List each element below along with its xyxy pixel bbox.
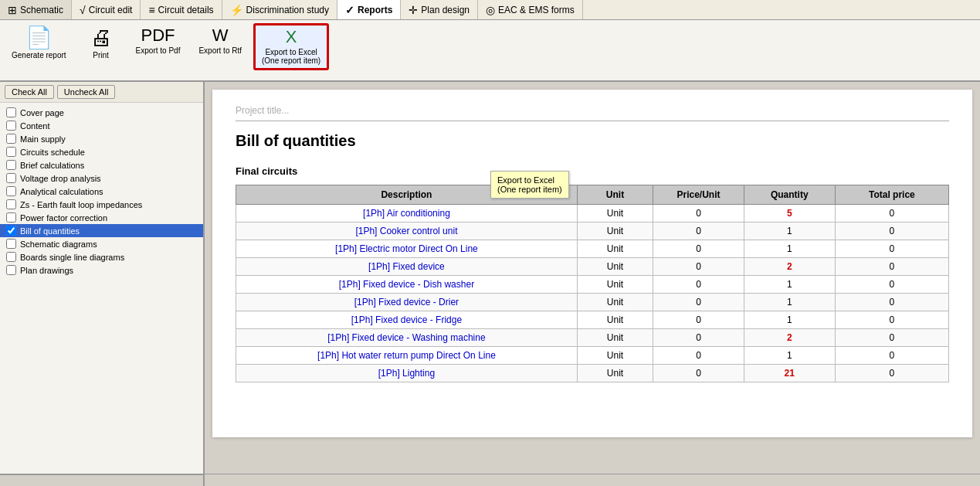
cell-unit-5: Unit	[577, 294, 653, 311]
export-rtf-button[interactable]: W Export to Rtf	[192, 23, 249, 59]
tab-eac-ems[interactable]: ◎ EAC & EMS forms	[478, 0, 583, 19]
sidebar-item-12[interactable]: Plan drawings	[0, 263, 203, 277]
export-pdf-button[interactable]: PDF Export to Pdf	[129, 23, 188, 59]
cell-description-7: [1Ph] Fixed device - Washing machine	[236, 329, 578, 347]
sidebar: Check All Uncheck All Cover pageContentM…	[0, 82, 205, 486]
table-row: [1Ph] Hot water return pump Direct On Li…	[236, 347, 949, 365]
cell-description-0: [1Ph] Air conditioning	[236, 205, 578, 223]
uncheck-all-button[interactable]: Uncheck All	[57, 85, 115, 99]
sidebar-item-2[interactable]: Main supply	[0, 132, 203, 145]
cell-quantity-2: 1	[744, 240, 835, 258]
sidebar-item-label-0: Cover page	[20, 108, 64, 117]
sidebar-checkbox-10[interactable]	[6, 239, 16, 249]
cell-price-4: 0	[653, 276, 744, 294]
toolbar: 📄 Generate report 🖨 Print PDF Export to …	[0, 20, 980, 82]
sidebar-checkbox-11[interactable]	[6, 252, 16, 262]
sidebar-item-label-1: Content	[20, 121, 50, 131]
sidebar-item-label-7: Zs - Earth fault loop impedances	[20, 200, 142, 209]
tab-circuit-edit[interactable]: √ Circuit edit	[72, 0, 141, 19]
cell-unit-9: Unit	[577, 365, 653, 382]
cell-description-2: [1Ph] Electric motor Direct On Line	[236, 240, 578, 258]
col-header-total-price: Total price	[835, 185, 948, 205]
content-scroll[interactable]: Export to Excel (One report item) Projec…	[205, 82, 980, 474]
sidebar-checkbox-2[interactable]	[6, 134, 16, 144]
sidebar-item-label-8: Power factor correction	[20, 213, 107, 223]
cell-description-9: [1Ph] Lighting	[236, 365, 578, 382]
sidebar-checkbox-9[interactable]	[6, 226, 16, 236]
col-header-quantity: Quantity	[744, 185, 835, 205]
sidebar-item-0[interactable]: Cover page	[0, 106, 203, 119]
table-row: [1Ph] Cooker control unitUnit010	[236, 223, 949, 240]
content-area: Export to Excel (One report item) Projec…	[205, 82, 980, 486]
print-button[interactable]: 🖨 Print	[78, 23, 124, 63]
sidebar-item-5[interactable]: Voltage drop analysis	[0, 172, 203, 185]
section-title: Final circuits	[236, 165, 949, 177]
cell-quantity-0: 5	[744, 205, 835, 223]
sidebar-item-9[interactable]: Bill of quantities	[0, 224, 203, 237]
cell-total-2: 0	[835, 240, 948, 258]
horizontal-scrollbar[interactable]	[205, 474, 980, 486]
cell-unit-3: Unit	[577, 258, 653, 276]
print-icon: 🖨	[90, 27, 112, 49]
cell-total-6: 0	[835, 311, 948, 329]
check-all-button[interactable]: Check All	[5, 85, 54, 99]
export-pdf-icon: PDF	[141, 27, 175, 44]
sidebar-items-list: Cover pageContentMain supplyCircuits sch…	[0, 103, 203, 474]
sidebar-checkbox-12[interactable]	[6, 265, 16, 275]
sidebar-checkbox-6[interactable]	[6, 186, 16, 196]
cell-total-9: 0	[835, 365, 948, 382]
cell-unit-4: Unit	[577, 276, 653, 294]
export-excel-icon: X	[286, 29, 297, 46]
sidebar-item-10[interactable]: Schematic diagrams	[0, 237, 203, 250]
sidebar-checkbox-1[interactable]	[6, 121, 16, 131]
project-title: Project title...	[236, 105, 949, 121]
cell-total-3: 0	[835, 258, 948, 276]
main-area: Check All Uncheck All Cover pageContentM…	[0, 82, 980, 486]
sidebar-item-3[interactable]: Circuits schedule	[0, 145, 203, 158]
tab-plan-design[interactable]: ✛ Plan design	[401, 0, 478, 19]
sidebar-checkbox-4[interactable]	[6, 160, 16, 170]
sidebar-item-4[interactable]: Brief calculations	[0, 158, 203, 172]
cell-unit-0: Unit	[577, 205, 653, 223]
tab-circuit-details[interactable]: ≡ Circuit details	[141, 0, 222, 19]
tab-discrimination-study[interactable]: ⚡ Discrimination study	[222, 0, 337, 19]
top-nav-bar: ⊞ Schematic √ Circuit edit ≡ Circuit det…	[0, 0, 980, 20]
cell-price-0: 0	[653, 205, 744, 223]
sidebar-item-label-12: Plan drawings	[20, 266, 73, 275]
sidebar-checkbox-3[interactable]	[6, 147, 16, 157]
sidebar-item-6[interactable]: Analytical calculations	[0, 185, 203, 198]
cell-total-0: 0	[835, 205, 948, 223]
reports-icon: ✓	[345, 4, 354, 16]
sidebar-item-8[interactable]: Power factor correction	[0, 211, 203, 224]
cell-unit-1: Unit	[577, 223, 653, 240]
table-row: [1Ph] Fixed device - Dish washerUnit010	[236, 276, 949, 294]
sidebar-item-11[interactable]: Boards single line diagrams	[0, 250, 203, 263]
generate-report-button[interactable]: 📄 Generate report	[5, 23, 73, 63]
sidebar-item-1[interactable]: Content	[0, 119, 203, 132]
sidebar-item-7[interactable]: Zs - Earth fault loop impedances	[0, 198, 203, 211]
tab-schematic[interactable]: ⊞ Schematic	[0, 0, 72, 19]
sidebar-checkbox-8[interactable]	[6, 212, 16, 223]
cell-quantity-1: 1	[744, 223, 835, 240]
sidebar-item-label-9: Bill of quantities	[20, 226, 80, 236]
cell-price-6: 0	[653, 311, 744, 329]
sidebar-checkbox-7[interactable]	[6, 199, 16, 209]
sidebar-checkbox-0[interactable]	[6, 107, 16, 117]
plan-design-icon: ✛	[409, 4, 418, 16]
col-header-price: Price/Unit	[653, 185, 744, 205]
cell-quantity-9: 21	[744, 365, 835, 382]
table-row: [1Ph] Fixed deviceUnit020	[236, 258, 949, 276]
cell-total-7: 0	[835, 329, 948, 347]
tab-reports[interactable]: ✓ Reports	[337, 0, 401, 19]
table-row: [1Ph] Electric motor Direct On LineUnit0…	[236, 240, 949, 258]
export-excel-button[interactable]: X Export to Excel (One report item)	[253, 23, 329, 70]
sidebar-bottom-scrollbar[interactable]	[0, 474, 203, 486]
cell-description-8: [1Ph] Hot water return pump Direct On Li…	[236, 347, 578, 365]
sidebar-checkbox-5[interactable]	[6, 173, 16, 183]
cell-total-8: 0	[835, 347, 948, 365]
discrimination-icon: ⚡	[230, 4, 243, 16]
col-header-unit: Unit	[577, 185, 653, 205]
cell-price-8: 0	[653, 347, 744, 365]
cell-unit-7: Unit	[577, 329, 653, 347]
cell-description-4: [1Ph] Fixed device - Dish washer	[236, 276, 578, 294]
